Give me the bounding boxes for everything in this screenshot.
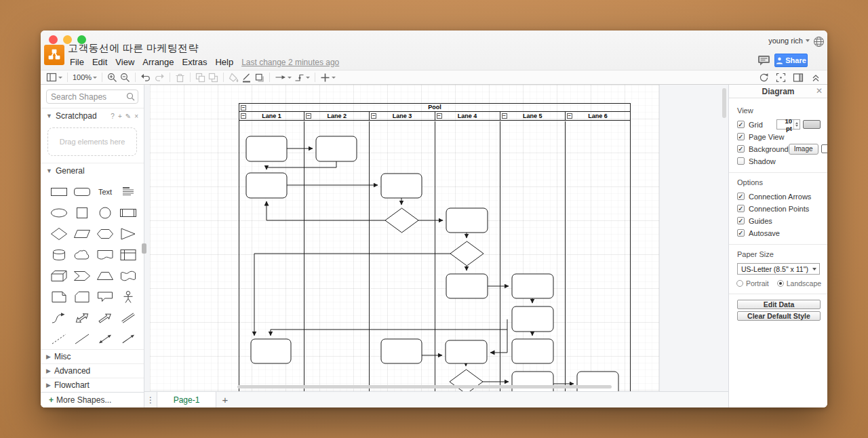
vertical-scrollbar[interactable] bbox=[722, 88, 726, 118]
last-change-link[interactable]: Last change 2 minutes ago bbox=[241, 58, 339, 67]
landscape-radio[interactable]: Landscape bbox=[777, 279, 821, 287]
search-shapes-input[interactable] bbox=[46, 89, 138, 104]
zoom-in-button[interactable] bbox=[106, 71, 119, 83]
shape-step[interactable] bbox=[71, 265, 94, 286]
menu-help[interactable]: Help bbox=[211, 56, 237, 68]
shape-text[interactable]: Text bbox=[94, 181, 117, 202]
insert-button[interactable] bbox=[319, 71, 337, 83]
shape-dashed-line[interactable] bbox=[47, 328, 71, 349]
shape-link[interactable] bbox=[117, 307, 140, 328]
collapse-icon[interactable]: − bbox=[437, 113, 442, 119]
checkbox-checked[interactable]: ✓ bbox=[737, 217, 745, 224]
collapse-icon[interactable]: − bbox=[502, 113, 507, 119]
collapse-icon[interactable]: − bbox=[306, 113, 311, 119]
line-color-button[interactable] bbox=[240, 71, 253, 83]
menu-file[interactable]: File bbox=[66, 56, 88, 68]
fit-page-button[interactable] bbox=[774, 71, 787, 83]
collapse-icon[interactable]: − bbox=[371, 113, 376, 119]
shape-cylinder[interactable] bbox=[47, 244, 71, 265]
checkbox-checked[interactable]: ✓ bbox=[737, 229, 745, 237]
checkbox-checked[interactable]: ✓ bbox=[737, 145, 745, 153]
clear-default-style-button[interactable]: Clear Default Style bbox=[737, 311, 821, 321]
add-icon[interactable]: + bbox=[118, 113, 122, 120]
shape-bidirectional-arrow[interactable] bbox=[71, 307, 94, 328]
shape-cube[interactable] bbox=[47, 265, 71, 286]
sidebar-section-advanced[interactable]: ▶Advanced bbox=[41, 363, 144, 378]
shape-textbox[interactable] bbox=[117, 181, 140, 202]
shape-curve[interactable] bbox=[47, 307, 71, 328]
shape-triangle[interactable] bbox=[117, 223, 140, 244]
close-icon[interactable]: × bbox=[134, 113, 138, 120]
background-image-button[interactable]: Image bbox=[789, 144, 818, 155]
add-page-button[interactable]: + bbox=[216, 392, 234, 407]
reset-view-button[interactable] bbox=[757, 71, 770, 83]
collapse-icon[interactable]: − bbox=[241, 113, 246, 119]
shape-actor[interactable] bbox=[117, 286, 140, 307]
grid-size-spinner[interactable] bbox=[793, 120, 800, 129]
page-tab[interactable]: Page-1 bbox=[157, 392, 216, 407]
edit-icon[interactable]: ✎ bbox=[125, 113, 131, 120]
sidebar-section-misc[interactable]: ▶Misc bbox=[41, 349, 144, 363]
shape-trapezoid[interactable] bbox=[94, 265, 117, 286]
scratchpad-header[interactable]: ▼ Scratchpad ?+✎× bbox=[41, 108, 144, 123]
grid-size-input[interactable]: 10 pt bbox=[776, 119, 800, 130]
shape-process[interactable] bbox=[117, 202, 140, 223]
shadow-button[interactable] bbox=[253, 71, 266, 83]
connection-button[interactable] bbox=[273, 71, 293, 83]
shape-diamond[interactable] bbox=[47, 223, 71, 244]
portrait-radio[interactable]: Portrait bbox=[736, 279, 769, 287]
pool-container[interactable]: − Pool −Lane 1−Lane 2−Lane 3−Lane 4−Lane… bbox=[239, 103, 631, 391]
shape-line[interactable] bbox=[71, 328, 94, 349]
lane-header-4[interactable]: −Lane 4 bbox=[435, 112, 500, 120]
general-section-header[interactable]: ▼ General bbox=[41, 163, 144, 178]
share-button[interactable]: Share bbox=[774, 54, 808, 67]
menu-edit[interactable]: Edit bbox=[88, 56, 111, 68]
collapse-icon[interactable]: − bbox=[241, 105, 246, 111]
shape-arrow[interactable] bbox=[94, 307, 117, 328]
waypoints-button[interactable] bbox=[293, 71, 311, 83]
edit-data-button[interactable]: Edit Data bbox=[737, 300, 821, 309]
format-panel-button[interactable] bbox=[791, 71, 805, 83]
checkbox-checked[interactable]: ✓ bbox=[737, 121, 745, 128]
shape-card[interactable] bbox=[71, 286, 94, 307]
lane-header-3[interactable]: −Lane 3 bbox=[370, 112, 435, 120]
shape-directional-connector[interactable] bbox=[117, 328, 140, 349]
user-menu[interactable]: young rich bbox=[768, 37, 810, 45]
drawing-canvas[interactable]: − Pool −Lane 1−Lane 2−Lane 3−Lane 4−Lane… bbox=[144, 85, 728, 391]
horizontal-scrollbar[interactable] bbox=[237, 385, 612, 389]
shape-callout[interactable] bbox=[94, 286, 117, 307]
pages-menu-icon[interactable]: ⋮ bbox=[144, 392, 157, 407]
close-window-button[interactable] bbox=[49, 35, 58, 44]
shape-document[interactable] bbox=[94, 244, 117, 265]
checkbox-unchecked[interactable] bbox=[737, 157, 745, 165]
checkbox-checked[interactable]: ✓ bbox=[737, 193, 745, 200]
sidebar-splitter-handle[interactable] bbox=[142, 243, 146, 254]
shape-rectangle[interactable] bbox=[47, 181, 71, 202]
shape-internal-storage[interactable] bbox=[117, 244, 140, 265]
lane-header-5[interactable]: −Lane 5 bbox=[500, 112, 566, 120]
shape-note[interactable] bbox=[47, 286, 71, 307]
lane-header-2[interactable]: −Lane 2 bbox=[304, 112, 370, 120]
more-shapes-button[interactable]: + More Shapes... bbox=[41, 392, 144, 407]
comments-button[interactable] bbox=[757, 55, 770, 66]
shape-hexagon[interactable] bbox=[94, 223, 117, 244]
checkbox-checked[interactable]: ✓ bbox=[737, 133, 745, 140]
help-icon[interactable]: ? bbox=[111, 113, 115, 120]
background-color-swatch[interactable] bbox=[821, 144, 827, 153]
zoom-out-button[interactable] bbox=[119, 71, 132, 83]
pool-title-row[interactable]: − Pool bbox=[239, 104, 630, 112]
diagram-tab[interactable]: Diagram ✕ bbox=[729, 85, 827, 98]
collapse-icon[interactable]: − bbox=[567, 113, 572, 119]
shape-parallelogram[interactable] bbox=[71, 223, 94, 244]
scratchpad-dropzone[interactable]: Drag elements here bbox=[47, 127, 137, 156]
menu-extras[interactable]: Extras bbox=[178, 56, 212, 68]
menu-view[interactable]: View bbox=[111, 56, 138, 68]
language-globe-icon[interactable] bbox=[813, 36, 825, 47]
shape-circle[interactable] bbox=[94, 202, 117, 223]
lane-header-1[interactable]: −Lane 1 bbox=[239, 112, 304, 120]
grid-color-swatch[interactable] bbox=[803, 120, 821, 129]
checkbox-checked[interactable]: ✓ bbox=[737, 205, 745, 212]
lane-header-6[interactable]: −Lane 6 bbox=[566, 112, 630, 120]
collapse-panel-button[interactable] bbox=[809, 71, 822, 83]
shape-rounded-rectangle[interactable] bbox=[71, 181, 94, 202]
